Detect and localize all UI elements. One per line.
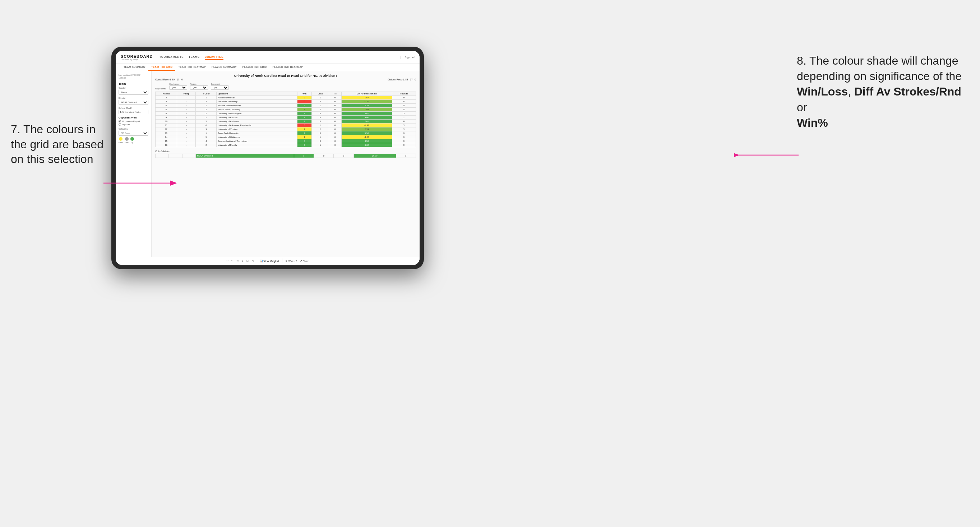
ood-cell-diff: 26.00	[353, 154, 396, 158]
cell-win: 5	[298, 104, 312, 108]
redo-icon[interactable]: ↪	[231, 260, 234, 262]
radio-top100[interactable]: Top 100	[119, 123, 148, 125]
cell-tie: 0	[329, 139, 341, 143]
table-row: 4 - 1 Arizona State University 5 1 0 2.2…	[156, 104, 416, 108]
subnav-team-summary[interactable]: TEAM SUMMARY	[121, 64, 148, 71]
cell-reg: -	[177, 96, 196, 100]
ood-cell-rounds: 3	[396, 154, 416, 158]
radio-label-top100: Top 100	[122, 124, 130, 125]
cell-win: 5	[298, 139, 312, 143]
cell-conf: 2	[196, 108, 216, 112]
legend-down-circle	[119, 137, 123, 141]
filter-region: Region (All)	[190, 83, 208, 90]
cell-win: 0	[298, 124, 312, 127]
col-diff: Diff Av Strokes/Rnd	[341, 92, 392, 96]
cell-rounds: 12	[392, 108, 416, 112]
cell-tie: 0	[329, 135, 341, 139]
subnav-team-h2h-heatmap[interactable]: TEAM H2H HEATMAP	[175, 64, 209, 71]
logo-text: SCOREBOARD	[121, 54, 153, 59]
nav-committee[interactable]: COMMITTEE	[205, 55, 224, 60]
radio-dot-top100	[119, 123, 121, 125]
logo-area: SCOREBOARD Powered by clippd	[121, 54, 153, 61]
cell-diff: 2.28	[341, 104, 392, 108]
cell-rounds: 3	[392, 124, 416, 127]
cell-conf: 1	[196, 96, 216, 100]
arrow-right	[734, 148, 799, 162]
logo-sub: Powered by clippd	[121, 59, 153, 61]
cell-conf: 3	[196, 127, 216, 132]
opponent-select[interactable]: (All)	[211, 86, 229, 90]
annotation-right-number: 8.	[797, 54, 807, 67]
cell-rounds: 2	[392, 116, 416, 119]
sidebar-gender-label: Gender	[119, 87, 148, 89]
nav-teams[interactable]: TEAMS	[189, 55, 200, 60]
legend-level: Level	[125, 137, 129, 144]
legend-down: Down	[119, 137, 123, 144]
ood-cell-conf	[182, 154, 196, 158]
main-table: # Rank # Reg # Conf Opponent Win Loss Ti…	[155, 92, 416, 147]
sidebar-update: Last Updated: 27/03/2024 16:55:38	[119, 74, 148, 79]
nav-tournaments[interactable]: TOURNAMENTS	[159, 55, 184, 60]
cell-opponent: Texas Tech University	[216, 132, 298, 135]
sign-out-link[interactable]: Sign out	[401, 56, 415, 59]
ood-cell-reg	[169, 154, 182, 158]
annotation-left: 7. The colours in the grid are based on …	[11, 122, 104, 167]
ood-cell-win: 1	[294, 154, 313, 158]
copy-icon[interactable]: ⊕	[242, 260, 243, 262]
cell-loss: 0	[312, 112, 329, 116]
crop-icon[interactable]: ⊡	[247, 260, 248, 262]
sidebar-division-label: Division	[119, 97, 148, 99]
sidebar-division-select[interactable]: NCAA Division I	[119, 100, 148, 105]
ood-cell-tie: 0	[334, 154, 353, 158]
sidebar-gender-select[interactable]: Men's	[119, 90, 148, 95]
cell-tie: 0	[329, 127, 341, 132]
cell-win: 0	[298, 100, 312, 104]
col-conf: # Conf	[196, 92, 216, 96]
cell-rounds: 3	[392, 127, 416, 132]
cell-reg: -	[177, 119, 196, 124]
subnav-player-summary[interactable]: PLAYER SUMMARY	[209, 64, 240, 71]
arrow-left	[103, 176, 183, 190]
radio-label-opponents: Opponents Played	[122, 120, 140, 122]
cell-loss: 1	[312, 124, 329, 127]
cell-diff: 5.56	[341, 132, 392, 135]
cell-diff: -4.33	[341, 124, 392, 127]
clock-icon[interactable]: ⏱	[251, 260, 254, 262]
cell-loss: 1	[312, 96, 329, 100]
colour-by-select[interactable]: Win/loss	[119, 131, 148, 136]
watch-btn[interactable]: 👁 Watch ▾	[285, 260, 297, 262]
share-btn[interactable]: ↗ Share	[300, 260, 309, 262]
cell-rounds: 9	[392, 96, 416, 100]
opponent-view-label: Opponent View	[119, 116, 148, 119]
region-select[interactable]: (All)	[190, 86, 208, 90]
undo-icon[interactable]: ↩	[226, 260, 229, 262]
cell-rank: 3	[156, 100, 177, 104]
table-row: 8 - 2 University of Washington 1 0 0 3.6…	[156, 112, 416, 116]
radio-opponents-played[interactable]: Opponents Played	[119, 120, 148, 122]
legend-level-label: Level	[125, 141, 129, 144]
cell-diff: 2.33	[341, 127, 392, 132]
table-row: 10 - 5 University of Alabama 3 0 0 2.61 …	[156, 119, 416, 124]
cell-loss: 4	[312, 100, 329, 104]
cell-tie: 0	[329, 124, 341, 127]
conference-select[interactable]: (All)	[169, 86, 187, 90]
cell-reg: -	[177, 135, 196, 139]
cell-rank: 11	[156, 124, 177, 127]
view-label[interactable]: 📊 View: Original	[260, 260, 279, 262]
legend-up-label: Up	[131, 141, 133, 144]
cell-opponent: Vanderbilt University	[216, 100, 298, 104]
cell-loss: 1	[312, 135, 329, 139]
cell-loss: 2	[312, 127, 329, 132]
subnav-team-h2h-grid[interactable]: TEAM H2H GRID	[148, 64, 175, 71]
cell-reg: -	[177, 112, 196, 116]
subnav-player-h2h-heatmap[interactable]: PLAYER H2H HEATMAP	[270, 64, 306, 71]
subnav-player-h2h-grid[interactable]: PLAYER H2H GRID	[240, 64, 270, 71]
legend-down-label: Down	[119, 141, 123, 144]
cell-conf: 5	[196, 119, 216, 124]
cell-diff: 6.62	[341, 143, 392, 147]
cell-rounds: 9	[392, 132, 416, 135]
col-tie: Tie	[329, 92, 341, 96]
cell-rank: 6	[156, 108, 177, 112]
table-row: 3 - 2 Vanderbilt University 0 4 0 -2.29 …	[156, 100, 416, 104]
forward-icon[interactable]: ⇥	[236, 260, 239, 262]
